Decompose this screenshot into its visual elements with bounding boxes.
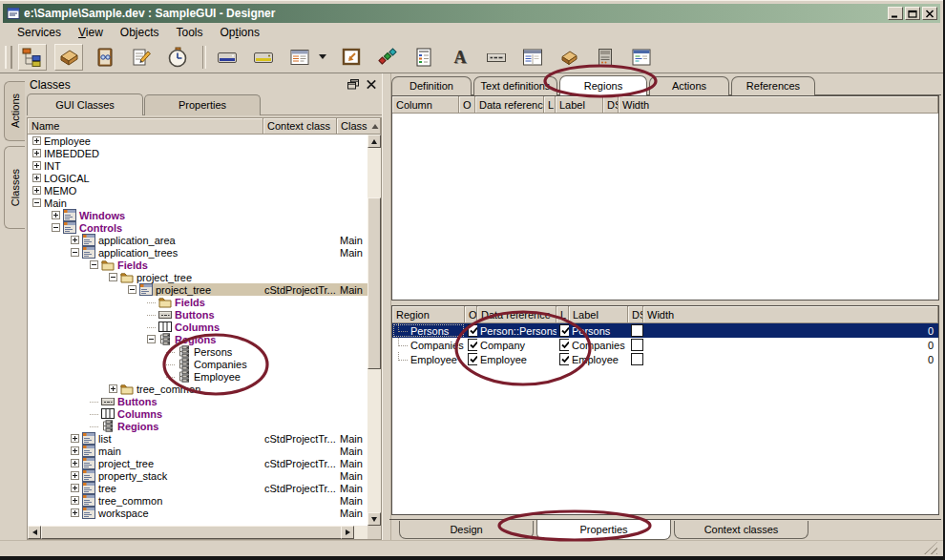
menu-services[interactable]: Services xyxy=(9,25,70,40)
tree-row-workspace[interactable]: workspaceMain xyxy=(28,507,368,519)
tree-row-fields[interactable]: Fields xyxy=(28,259,368,271)
column-header-data-reference[interactable]: Data reference xyxy=(475,96,544,114)
column-header-region[interactable]: Region xyxy=(392,306,465,323)
tree-row-int[interactable]: INT xyxy=(28,159,368,172)
menu-view[interactable]: View xyxy=(70,25,112,40)
label-cell[interactable]: Companies xyxy=(569,338,628,352)
column-header-width[interactable]: Width xyxy=(619,96,938,114)
output-checkbox-checked[interactable] xyxy=(468,353,477,365)
tree-row-columns[interactable]: Columns xyxy=(28,407,368,420)
tree-row-controls[interactable]: Controls xyxy=(28,221,368,234)
toolbar-window-grid-icon[interactable] xyxy=(518,44,547,71)
toolbar-server-icon[interactable] xyxy=(591,44,620,71)
column-header-label[interactable]: Label xyxy=(569,306,628,323)
horizontal-scroll-thumb[interactable] xyxy=(41,526,343,539)
data-reference-cell[interactable]: Person::Persons xyxy=(477,323,556,338)
column-header-o[interactable]: O xyxy=(459,96,475,114)
menu-objects[interactable]: Objects xyxy=(112,25,168,40)
toolbar-report-icon[interactable] xyxy=(410,44,438,71)
menu-tools[interactable]: Tools xyxy=(168,25,212,40)
tree-row-tree-common[interactable]: tree_commonMain xyxy=(28,494,368,507)
tree-expander-plus[interactable] xyxy=(71,496,79,505)
ds-checkbox-unchecked[interactable] xyxy=(631,339,643,351)
toolbar-button-widget-icon[interactable] xyxy=(482,44,511,71)
column-header-name[interactable]: Name xyxy=(28,118,263,135)
tab-regions[interactable]: Regions xyxy=(559,75,647,95)
tree-row-buttons[interactable]: Buttons xyxy=(28,308,368,321)
tab-properties[interactable]: Properties xyxy=(144,94,261,115)
ds-checkbox-unchecked[interactable] xyxy=(631,353,643,365)
toolbar-link-ribbon-icon[interactable] xyxy=(373,44,402,71)
label-cell[interactable]: Persons xyxy=(569,323,628,338)
column-header-width[interactable]: Width xyxy=(643,306,938,323)
toolbar-drive-blue-icon[interactable] xyxy=(213,44,242,71)
output-checkbox-checked[interactable] xyxy=(468,324,477,337)
regions-table-row-persons[interactable]: PersonsPerson::PersonsPersons0 xyxy=(392,323,938,338)
tree-row-logical[interactable]: LOGICAL xyxy=(28,172,368,184)
tree-row-project-tree[interactable]: project_treecStdProjectTr...Main xyxy=(28,457,368,469)
tab-text-definitions[interactable]: Text definitions xyxy=(473,76,557,95)
tree-vertical-scrollbar[interactable] xyxy=(368,135,381,526)
toolbar-form-window-icon[interactable] xyxy=(285,44,314,71)
toolbar-drive-yellow-icon[interactable] xyxy=(249,44,278,71)
tree-row-property-stack[interactable]: property_stackMain xyxy=(28,469,368,482)
output-checkbox-checked[interactable] xyxy=(468,339,477,351)
toolbar-edit-document-icon[interactable] xyxy=(127,44,156,71)
label-flag-checkbox-checked[interactable] xyxy=(559,353,569,365)
tree-row-main[interactable]: mainMain xyxy=(28,445,368,457)
column-header-l[interactable]: L xyxy=(556,306,569,323)
tree-row-regions[interactable]: Regions xyxy=(28,333,368,345)
tree-horizontal-scrollbar[interactable] xyxy=(28,526,368,539)
tree-row-buttons[interactable]: Buttons xyxy=(28,395,368,407)
tree-expander-plus[interactable] xyxy=(52,211,60,219)
label-flag-checkbox-checked[interactable] xyxy=(559,339,569,351)
label-flag-cell[interactable] xyxy=(556,323,569,338)
column-header-ds[interactable]: DS xyxy=(603,96,619,114)
tree-row-imbedded[interactable]: IMBEDDED xyxy=(28,147,368,159)
tree-expander-plus[interactable] xyxy=(109,384,117,393)
tree-expander-minus[interactable] xyxy=(90,260,98,269)
tree-expander-minus[interactable] xyxy=(71,248,79,257)
column-header-label[interactable]: Label xyxy=(556,96,603,114)
tree-expander-plus[interactable] xyxy=(71,471,79,480)
regions-table-row-employee[interactable]: EmployeeEmployeeEmployee0 xyxy=(392,352,938,366)
column-header-l[interactable]: L xyxy=(544,96,556,114)
column-header-context-class[interactable]: Context class xyxy=(263,118,337,135)
column-header-ds[interactable]: DS xyxy=(628,306,643,323)
side-tab-classes[interactable]: Classes xyxy=(4,146,25,229)
close-panel-button[interactable] xyxy=(366,79,378,91)
label-cell[interactable]: Employee xyxy=(569,352,628,366)
titlebar[interactable]: e:\Sample\Sample.dev : SampleGUI - Desig… xyxy=(3,4,940,23)
tree-expander-plus[interactable] xyxy=(71,446,79,455)
scroll-right-button[interactable] xyxy=(341,526,354,539)
width-cell[interactable]: 0 xyxy=(643,323,938,338)
column-header-o[interactable]: O xyxy=(465,306,477,323)
scroll-up-button[interactable] xyxy=(368,135,381,148)
tree-row-tree[interactable]: treecStdProjectTr...Main xyxy=(28,482,368,494)
tab-properties[interactable]: Properties xyxy=(536,520,671,540)
tree-expander-minus[interactable] xyxy=(128,285,136,294)
output-cell[interactable] xyxy=(465,338,477,352)
tree-row-application-area[interactable]: application_areaMain xyxy=(28,234,368,246)
toolbar-window-list-icon[interactable] xyxy=(627,44,656,71)
tab-design[interactable]: Design xyxy=(399,521,534,539)
ds-cell[interactable] xyxy=(628,323,643,338)
tree-expander-minus[interactable] xyxy=(52,223,60,232)
tree-row-application-trees[interactable]: application_treesMain xyxy=(28,246,368,259)
regions-table-row-companies[interactable]: CompaniesCompanyCompanies0 xyxy=(392,338,938,352)
toolbar-address-book-icon[interactable] xyxy=(91,44,119,71)
resize-grip[interactable] xyxy=(924,542,937,554)
tree-expander-plus[interactable] xyxy=(71,484,79,492)
tree-expander-minus[interactable] xyxy=(109,273,117,281)
region-cell[interactable]: Employee xyxy=(392,352,465,366)
scroll-down-button[interactable] xyxy=(368,512,381,526)
maximize-button[interactable] xyxy=(905,7,920,20)
toolbar-image-export-icon[interactable] xyxy=(337,44,366,71)
tree-expander-minus[interactable] xyxy=(147,335,156,343)
tree-expander-minus[interactable] xyxy=(32,198,41,207)
label-flag-cell[interactable] xyxy=(556,338,569,352)
tree-row-columns[interactable]: Columns xyxy=(28,321,368,333)
dropdown-arrow[interactable] xyxy=(316,44,329,71)
side-tab-actions[interactable]: Actions xyxy=(4,81,25,141)
tab-definition[interactable]: Definition xyxy=(391,76,472,95)
